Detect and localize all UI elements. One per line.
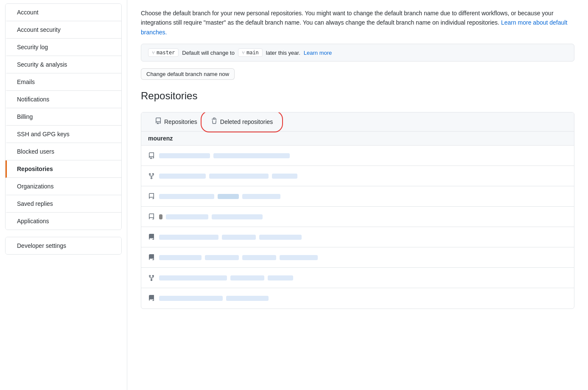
sidebar-item-repositories[interactable]: Repositories xyxy=(6,160,121,178)
repo-icon-row5 xyxy=(148,234,155,241)
trash-icon xyxy=(211,118,218,126)
repo-row[interactable] xyxy=(141,207,574,227)
sidebar-nav-section: Account Account security Security log Se… xyxy=(5,3,122,230)
repo-row[interactable] xyxy=(141,227,574,247)
blurred-size xyxy=(218,194,239,199)
blurred-desc xyxy=(230,275,264,281)
intro-paragraph: Choose the default branch for your new p… xyxy=(141,8,574,37)
repo-row-content xyxy=(159,153,567,158)
sidebar-item-security-analysis[interactable]: Security & analysis xyxy=(6,56,121,73)
repo-tabs-bar: Repositories Deleted repositories xyxy=(141,112,574,132)
change-branch-button[interactable]: Change default branch name now xyxy=(141,68,235,80)
blurred-desc xyxy=(213,153,290,158)
sidebar-item-organizations[interactable]: Organizations xyxy=(6,178,121,195)
repo-row-content xyxy=(159,174,567,179)
repo-row-content xyxy=(159,194,567,199)
repo-fork-icon-row7 xyxy=(148,275,155,281)
sidebar-item-account-security[interactable]: Account security xyxy=(6,21,121,39)
sidebar-item-blocked-users[interactable]: Blocked users xyxy=(6,143,121,160)
sidebar-item-saved-replies[interactable]: Saved replies xyxy=(6,195,121,213)
repo-icon-row8 xyxy=(148,295,155,302)
blurred-badge xyxy=(268,275,293,281)
blurred-name xyxy=(159,153,210,158)
blurred-desc xyxy=(226,296,269,301)
repo-icon xyxy=(155,118,162,126)
tab-deleted-repositories-label: Deleted repositories xyxy=(220,118,273,125)
main-badge: ⑂ main xyxy=(238,48,263,57)
blurred-desc3 xyxy=(242,255,276,260)
blurred-name xyxy=(159,296,223,301)
blurred-name xyxy=(159,255,202,260)
repo-icon-row1 xyxy=(148,152,155,159)
repo-row-content xyxy=(159,214,567,219)
repositories-box: Repositories Deleted repositories mouren… xyxy=(141,112,574,309)
blurred-desc xyxy=(212,214,263,219)
repo-row-content xyxy=(159,296,567,301)
master-badge: ⑂ master xyxy=(148,48,179,57)
sidebar-developer-section: Developer settings xyxy=(5,237,122,255)
blurred-name xyxy=(159,275,227,281)
repo-row[interactable] xyxy=(141,166,574,186)
blurred-desc xyxy=(242,194,280,199)
sidebar-item-account[interactable]: Account xyxy=(6,4,121,21)
git-branch-icon: ⑂ xyxy=(152,50,155,56)
git-branch-icon2: ⑂ xyxy=(242,50,245,56)
blurred-name xyxy=(159,194,214,199)
blurred-tag xyxy=(259,235,302,240)
tab-repositories-label: Repositories xyxy=(164,118,197,125)
sidebar-item-billing[interactable]: Billing xyxy=(6,108,121,126)
blurred-tag xyxy=(272,174,297,179)
tab-repositories[interactable]: Repositories xyxy=(148,112,204,132)
sidebar-item-emails[interactable]: Emails xyxy=(6,73,121,91)
repo-row[interactable] xyxy=(141,247,574,268)
repo-row[interactable] xyxy=(141,268,574,288)
blurred-name xyxy=(159,174,206,179)
blurred-name xyxy=(159,235,218,240)
blurred-name xyxy=(166,214,208,219)
repo-icon-row3 xyxy=(148,193,155,200)
repositories-section-title: Repositories xyxy=(141,90,574,105)
repo-row-content xyxy=(159,275,567,281)
sidebar-item-notifications[interactable]: Notifications xyxy=(6,91,121,108)
sidebar-item-ssh-gpg-keys[interactable]: SSH and GPG keys xyxy=(6,126,121,143)
blurred-desc4 xyxy=(280,255,318,260)
repo-icon-row4 xyxy=(148,213,155,220)
sidebar-item-security-log[interactable]: Security log xyxy=(6,39,121,56)
main-content: Choose the default branch for your new p… xyxy=(127,0,588,390)
repo-fork-icon-row2 xyxy=(148,173,155,180)
blurred-letter xyxy=(159,214,162,219)
repo-row[interactable] xyxy=(141,288,574,309)
blurred-desc xyxy=(222,235,256,240)
repo-owner-label: mourenz xyxy=(141,132,574,146)
sidebar-item-developer-settings[interactable]: Developer settings xyxy=(6,237,121,254)
repo-row[interactable] xyxy=(141,186,574,207)
blurred-desc2 xyxy=(205,255,239,260)
sidebar: Account Account security Security log Se… xyxy=(0,0,127,390)
repo-icon-row6 xyxy=(148,254,155,261)
repo-row-content xyxy=(159,255,567,260)
repo-row-content xyxy=(159,235,567,240)
blurred-desc xyxy=(209,174,269,179)
repo-row[interactable] xyxy=(141,146,574,166)
sidebar-item-applications[interactable]: Applications xyxy=(6,213,121,230)
tab-deleted-repositories[interactable]: Deleted repositories xyxy=(204,112,280,132)
branch-info-bar: ⑂ master Default will change to ⑂ main l… xyxy=(141,44,574,62)
branch-learn-more-link[interactable]: Learn more xyxy=(304,50,332,56)
